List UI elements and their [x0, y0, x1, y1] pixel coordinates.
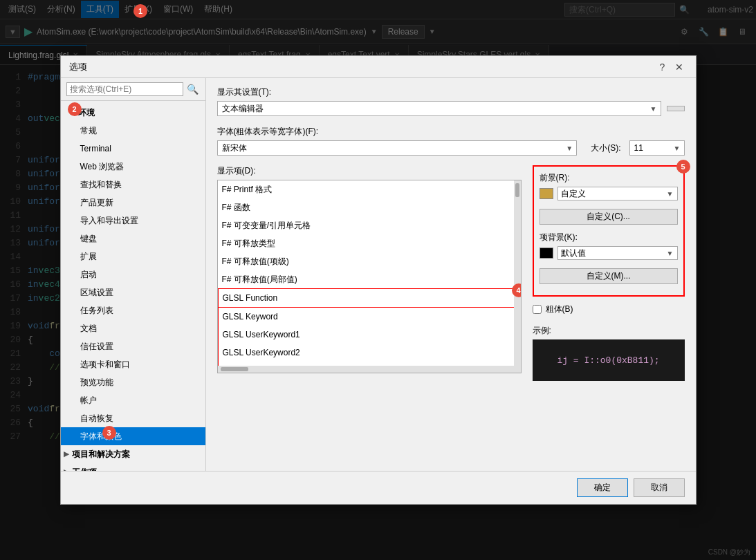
preview-box: ij = I::o0(0xB811); — [533, 339, 685, 381]
display-settings-label: 显示其设置(T): — [217, 86, 685, 98]
tree-item-terminal[interactable]: Terminal — [61, 140, 205, 158]
tree-item-tasklist[interactable]: 任务列表 — [61, 301, 205, 319]
font-section: 字体(粗体表示等宽字体)(F): 新宋体 ▼ 大小(S): 11 — [217, 126, 685, 156]
display-list-section: 显示项(D): F# Printf 格式 F# 函数 F# 可变变量/引用单元格… — [217, 165, 522, 391]
list-item-fn[interactable]: F# 函数 — [218, 198, 521, 216]
dialog-help-btn[interactable]: ? — [654, 59, 671, 75]
tree-item-browser[interactable]: Web 浏览器 — [61, 158, 205, 176]
tree-item-findreplace[interactable]: 查找和替换 — [61, 176, 205, 194]
tree-item-import[interactable]: 导入和导出设置 — [61, 212, 205, 230]
list-item-val-top[interactable]: F# 可释放值(项级) — [218, 252, 521, 270]
list-item-printf[interactable]: F# Printf 格式 — [218, 180, 521, 198]
bold-section: 粗体(B) — [533, 304, 685, 315]
foreground-section: 前景(R): 自定义 ▼ — [540, 172, 678, 225]
display-settings-section: 显示其设置(T): 文本编辑器 ▼ — [217, 86, 685, 116]
size-dropdown[interactable]: 11 — [629, 140, 685, 156]
badge-5: 5 — [676, 160, 690, 174]
list-item-type[interactable]: F# 可释放类型 — [218, 234, 521, 252]
bold-label: 粗体(B) — [546, 304, 573, 315]
options-dialog: 选项 ? ✕ 🔍 2 ▲ 环境 — [60, 55, 697, 505]
tree-item-doc[interactable]: 文档 — [61, 319, 205, 337]
custom-c-button[interactable]: 自定义(C)... — [540, 209, 678, 225]
custom-m-button[interactable]: 自定义(M)... — [540, 268, 678, 284]
list-item-glsl-fn[interactable]: GLSL Function 4 — [218, 288, 521, 308]
tree-item-project[interactable]: ▶ 项目和解决方案 — [61, 445, 205, 463]
badge-3: 3 — [102, 426, 116, 440]
foreground-swatch — [540, 188, 553, 199]
tree-item-account[interactable]: 帐户 — [61, 391, 205, 409]
tree-search-icon: 🔍 — [186, 82, 200, 96]
ok-button[interactable]: 确定 — [577, 478, 628, 497]
dialog-title-bar: 选项 ? ✕ — [61, 56, 696, 78]
display-listbox[interactable]: F# Printf 格式 F# 函数 F# 可变变量/引用单元格 F# 可释放类… — [217, 180, 522, 373]
tree-container: ▲ 环境 常规 Terminal Web 浏览器 查找和替换 产品更新 导入和导… — [61, 101, 205, 471]
color-panel-box: 5 前景(R): 自定义 ▼ — [533, 165, 685, 297]
tree-item-env[interactable]: ▲ 环境 — [61, 104, 205, 122]
list-item-val-local[interactable]: F# 可释放值(局部值) — [218, 270, 521, 288]
background-section: 项背景(K): 默认值 ▼ — [540, 232, 678, 284]
dialog-close-btn[interactable]: ✕ — [671, 59, 688, 75]
list-item-glsl-uk1[interactable]: GLSL UserKeyword1 — [218, 326, 521, 344]
tree-item-workitem[interactable]: ▶ 工作项 — [61, 463, 205, 471]
font-label: 字体(粗体表示等宽字体)(F): — [217, 126, 685, 138]
dialog-footer: 确定 取消 — [61, 471, 696, 504]
chevron-right-icon-project: ▶ — [64, 447, 69, 462]
preview-code: ij = I::o0(0xB811); — [557, 355, 659, 366]
tree-item-autorestore[interactable]: 自动恢复 — [61, 409, 205, 427]
tree-item-locale[interactable]: 区域设置 — [61, 283, 205, 301]
cancel-button[interactable]: 取消 — [634, 478, 685, 497]
dialog-overlay: 选项 ? ✕ 🔍 2 ▲ 环境 — [0, 0, 756, 560]
badge-1: 1 — [133, 4, 147, 18]
tree-item-preview[interactable]: 预览功能 — [61, 373, 205, 391]
list-item-glsl-kw[interactable]: GLSL Keyword — [218, 308, 521, 326]
right-panel: 显示其设置(T): 文本编辑器 ▼ 字体(粗体表示等宽字体)(F): — [206, 78, 696, 471]
preview-section: 示例: ij = I::o0(0xB811); — [533, 325, 685, 381]
tree-item-extend[interactable]: 扩展 — [61, 248, 205, 265]
list-item-var[interactable]: F# 可变变量/引用单元格 — [218, 216, 521, 234]
tree-item-fontcolor[interactable]: 字体和颜色 3 — [61, 427, 205, 445]
tree-item-normal[interactable]: 常规 — [61, 122, 205, 140]
tree-search-box: 🔍 — [61, 78, 205, 101]
preview-label: 示例: — [533, 325, 685, 337]
left-panel: 🔍 2 ▲ 环境 常规 Terminal Web 浏览器 查找和替换 产品更新 — [61, 78, 206, 471]
bold-checkbox[interactable] — [533, 305, 542, 314]
tree-search-input[interactable] — [66, 82, 183, 96]
tree-item-keyboard[interactable]: 键盘 — [61, 230, 205, 248]
use-default-button[interactable] — [667, 106, 685, 111]
foreground-dropdown[interactable]: 自定义 — [557, 187, 678, 200]
background-swatch — [540, 248, 553, 259]
list-item-glsl-uk2[interactable]: GLSL UserKeyword2 — [218, 344, 521, 362]
tree-item-update[interactable]: 产品更新 — [61, 194, 205, 212]
display-color-section: 显示项(D): F# Printf 格式 F# 函数 F# 可变变量/引用单元格… — [217, 165, 685, 391]
display-settings-dropdown[interactable]: 文本编辑器 — [217, 101, 661, 116]
tree-item-tabwindow[interactable]: 选项卡和窗口 — [61, 355, 205, 373]
foreground-label: 前景(R): — [540, 172, 678, 184]
chevron-right-icon-work: ▶ — [64, 465, 69, 471]
background-dropdown[interactable]: 默认值 — [557, 246, 678, 260]
dialog-title: 选项 — [69, 61, 654, 73]
font-dropdown[interactable]: 新宋体 — [217, 140, 578, 156]
tree-item-startup[interactable]: 启动 — [61, 265, 205, 283]
color-panel: 5 前景(R): 自定义 ▼ — [533, 165, 685, 391]
size-label: 大小(S): — [591, 142, 620, 154]
badge-2: 2 — [68, 102, 82, 116]
tree-item-trust[interactable]: 信任设置 — [61, 337, 205, 355]
background-label: 项背景(K): — [540, 232, 678, 243]
dialog-body: 🔍 2 ▲ 环境 常规 Terminal Web 浏览器 查找和替换 产品更新 — [61, 78, 696, 471]
display-items-label: 显示项(D): — [217, 165, 522, 177]
